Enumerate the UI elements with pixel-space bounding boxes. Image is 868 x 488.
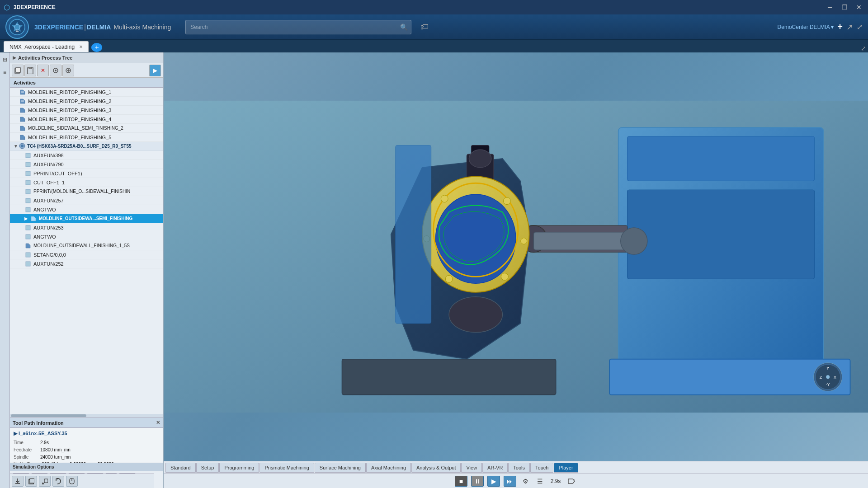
toolbar-btn-4[interactable]	[62, 65, 74, 76]
tab-arvr[interactable]: AR-VR	[482, 463, 508, 473]
svg-rect-46	[627, 136, 815, 181]
maximize-viewport-icon[interactable]: ⤢	[861, 45, 866, 52]
tab-axial[interactable]: Axial Machining	[366, 463, 411, 473]
activities-label-text: Activities	[14, 80, 36, 85]
list-playback-icon[interactable]: ☰	[534, 476, 545, 487]
svg-point-74	[826, 375, 830, 379]
sidebar-icon-1[interactable]: ⊞	[0, 54, 10, 65]
close-button[interactable]: ✕	[854, 2, 864, 13]
time-value: 2.9s	[40, 439, 49, 446]
expand-icon[interactable]: ⤢	[857, 23, 863, 31]
tab-prismatic[interactable]: Prismatic Machining	[259, 463, 314, 473]
bottom-tabs: Standard Setup Programming Prismatic Mac…	[164, 461, 868, 474]
viewport-3d[interactable]: Y X -Y Z	[164, 52, 868, 461]
item-label: MOLDELINE_RIBTOP_FINISHING_4	[28, 117, 111, 122]
list-item[interactable]: MOLDELINE_RIBTOP_FINISHING_2	[10, 97, 163, 106]
tab-label: NMX_Aerospace - Leading	[9, 44, 75, 50]
list-item[interactable]: PPRINT/(MOLDLINE_O...SIDEWALL_FINISHIN	[10, 187, 163, 196]
toolpath-close-icon[interactable]: ✕	[156, 420, 160, 426]
list-item[interactable]: PPRINT/(CUT_OFF1)	[10, 169, 163, 178]
svg-point-62	[521, 238, 527, 244]
tab-view[interactable]: View	[461, 463, 482, 473]
brand-3d: 3DEXPERIENCE	[34, 23, 83, 31]
item-label: AUXFUN/252	[33, 261, 64, 267]
left-panel: ▶ Activities Process Tree ✕ ▶	[10, 52, 164, 488]
add-icon[interactable]: +	[837, 22, 843, 32]
item-label: MOLDELINE_SIDEWALL_SEMI_FINISHING_2	[28, 126, 123, 131]
toolbar-btn-delete[interactable]: ✕	[37, 65, 49, 76]
tab-close-icon[interactable]: ✕	[79, 44, 83, 49]
svg-rect-20	[26, 162, 30, 167]
svg-point-9	[55, 70, 57, 71]
list-item[interactable]: MOLDELINE_RIBTOP_FINISHING_1	[10, 88, 163, 97]
svg-rect-19	[26, 153, 30, 158]
time-label: Time	[14, 439, 38, 446]
tree-group-header[interactable]: ▼ TC4 (HSK63A-SRD25A-B0...SURF_D25_R0_ST…	[10, 142, 163, 151]
tree-container[interactable]: MOLDELINE_RIBTOP_FINISHING_1 MOLDELINE_R…	[10, 88, 163, 414]
toolbar-btn-next[interactable]: ▶	[149, 65, 161, 76]
tab-touch[interactable]: Touch	[530, 463, 553, 473]
list-item[interactable]: AUXFUN/790	[10, 160, 163, 169]
bottom-btn-undo[interactable]	[52, 476, 64, 487]
svg-rect-25	[26, 207, 30, 212]
list-item[interactable]: MOLDELINE_SIDEWALL_SEMI_FINISHING_2	[10, 124, 163, 133]
list-item[interactable]: AUXFUN/253	[10, 223, 163, 232]
list-item[interactable]: CUT_OFF1_1	[10, 178, 163, 187]
item-label: MOLDELINE_RIBTOP_FINISHING_5	[28, 135, 111, 140]
step-button[interactable]: ⏭	[504, 476, 516, 487]
add-tab-button[interactable]: +	[91, 43, 102, 52]
list-item[interactable]: ANGTWO	[10, 232, 163, 241]
tab-tools[interactable]: Tools	[508, 463, 530, 473]
stop-button[interactable]: ■	[455, 476, 467, 487]
list-item[interactable]: ANGTWO	[10, 205, 163, 214]
restore-button[interactable]: ❐	[839, 2, 850, 13]
list-item[interactable]: MOLDLINE_OUTSIDEWALL_FINISHING_1_5S	[10, 241, 163, 250]
tab-surface[interactable]: Surface Machining	[315, 463, 366, 473]
item-icon	[24, 251, 32, 258]
list-item[interactable]: MOLDELINE_RIBTOP_FINISHING_5	[10, 133, 163, 142]
toolbar-btn-3[interactable]	[50, 65, 61, 76]
pause-button[interactable]: ⏸	[471, 476, 484, 487]
search-input[interactable]	[185, 20, 411, 34]
list-item-selected[interactable]: ▶ MOLDLINE_OUTSIDEWA...SEMI_FINISHING	[10, 214, 163, 223]
tab-setup[interactable]: Setup	[196, 463, 219, 473]
svg-text:XA: XA	[16, 30, 19, 33]
svg-rect-26	[26, 225, 30, 230]
item-icon	[24, 233, 32, 240]
list-item[interactable]: AUXFUN/398	[10, 151, 163, 160]
sim-options-title: Simulation Options	[13, 465, 54, 469]
svg-point-55	[436, 194, 516, 283]
time-display: 2.9s	[549, 478, 562, 484]
svg-rect-64	[396, 145, 431, 323]
item-icon	[19, 134, 26, 141]
tab-player[interactable]: Player	[554, 463, 578, 473]
bottom-btn-1[interactable]	[12, 476, 24, 487]
list-item[interactable]: AUXFUN/252	[10, 259, 163, 268]
user-label[interactable]: DemoCenter DELMIA ▾	[778, 24, 834, 30]
selected-item-label: MOLDLINE_OUTSIDEWA...SEMI_FINISHING	[39, 216, 132, 221]
record-icon[interactable]	[566, 476, 577, 487]
svg-point-63	[449, 297, 502, 333]
minimize-button[interactable]: ─	[825, 2, 835, 13]
toolbar-btn-1[interactable]	[12, 65, 24, 76]
play-button[interactable]: ▶	[487, 476, 500, 487]
toolbar-btn-2[interactable]	[24, 65, 36, 76]
bottom-btn-3[interactable]	[39, 476, 51, 487]
list-item[interactable]: AUXFUN/257	[10, 196, 163, 205]
main-tab[interactable]: NMX_Aerospace - Leading ✕	[4, 41, 89, 52]
bottom-btn-mouse[interactable]	[66, 476, 78, 487]
bookmark-icon[interactable]: 🏷	[420, 22, 429, 32]
settings-playback-icon[interactable]: ⚙	[520, 476, 531, 487]
list-item[interactable]: SETANG/0,0,0	[10, 250, 163, 259]
list-item[interactable]: MOLDELINE_RIBTOP_FINISHING_4	[10, 115, 163, 124]
svg-point-18	[21, 145, 24, 147]
tab-standard[interactable]: Standard	[165, 463, 196, 473]
bottom-btn-2[interactable]	[25, 476, 37, 487]
list-item[interactable]: MOLDELINE_RIBTOP_FINISHING_3	[10, 106, 163, 115]
sidebar-icon-2[interactable]: ≡	[0, 67, 10, 78]
tree-scrollbar-h[interactable]	[10, 414, 163, 418]
app-icon: ⬡	[4, 3, 10, 12]
share-icon[interactable]: ↗	[846, 22, 853, 32]
tab-analysis[interactable]: Analysis & Output	[411, 463, 461, 473]
tab-programming[interactable]: Programming	[219, 463, 259, 473]
